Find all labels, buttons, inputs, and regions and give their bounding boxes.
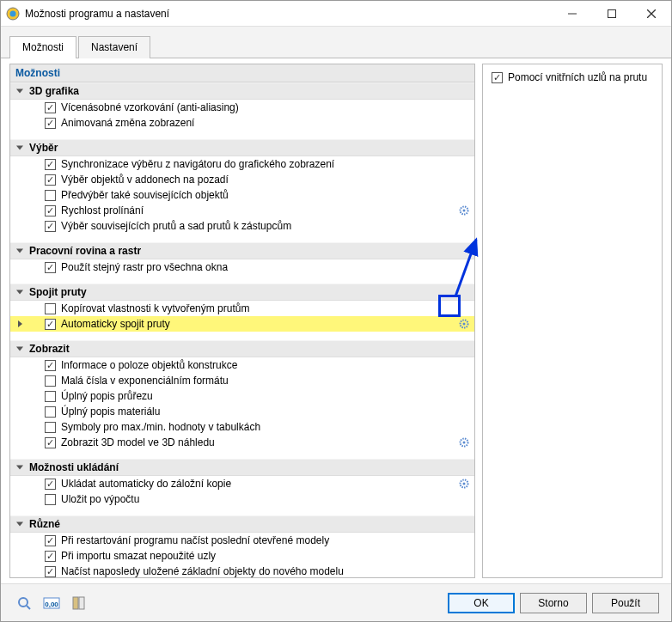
checkbox-icon[interactable] [45,494,56,505]
checkbox-icon[interactable] [45,375,56,387]
tab-options[interactable]: Možnosti [9,36,76,58]
chevron-down-icon [16,249,23,253]
checkbox-icon[interactable] [45,221,56,232]
svg-line-18 [27,606,30,609]
group-label: Zobrazit [29,343,70,355]
option-label: Načíst naposledy uložené základní objekt… [61,565,469,577]
checkbox-icon[interactable] [45,437,56,448]
option-load-saved-base-objects-new-model[interactable]: Načíst naposledy uložené základní objekt… [10,564,474,577]
checkbox-icon[interactable] [45,159,56,170]
app-icon [6,7,20,21]
option-label: Synchronizace výběru z navigátoru do gra… [61,158,469,170]
option-label: Ukládat automaticky do záložní kopie [61,478,454,490]
option-label: Pomocí vnitřních uzlů na prutu [508,71,651,83]
option-fade-speed[interactable]: Rychlost prolínání [10,203,474,218]
close-button[interactable] [632,1,671,27]
svg-point-13 [463,483,466,485]
defaults-button[interactable] [68,593,90,613]
chevron-down-icon [16,89,23,94]
panel-title: Možnosti [10,64,474,82]
option-max-min-symbols-tables[interactable]: Symboly pro max./min. hodnoty v tabulkác… [10,419,474,435]
checkbox-icon[interactable] [45,190,56,201]
option-label: Při importu smazat nepoužité uzly [61,550,469,562]
option-addon-background-selection[interactable]: Výběr objektů v addonech na pozadí [10,172,474,187]
option-related-members-selection[interactable]: Výběr souvisejících prutů a sad prutů k … [10,218,474,234]
svg-point-7 [463,210,466,212]
option-preselect-related[interactable]: Předvýběr také souvisejících objektů [10,187,474,203]
option-label: Malá čísla v exponenciálním formátu [61,375,469,387]
maximize-button[interactable] [592,1,632,27]
option-label: Úplný popis průřezu [61,390,469,402]
ok-button[interactable]: OK [448,593,515,613]
group-save-options[interactable]: Možnosti ukládání [10,459,474,476]
group-misc[interactable]: Různé [10,515,474,533]
checkbox-icon[interactable] [492,72,503,83]
option-label: Úplný popis materiálu [61,406,469,418]
tab-settings[interactable]: Nastavení [78,36,150,58]
checkbox-icon[interactable] [45,319,56,330]
checkbox-icon[interactable] [45,391,56,402]
checkbox-icon[interactable] [45,118,56,129]
option-small-numbers-exponential[interactable]: Malá čísla v exponenciálním formátu [10,373,474,388]
group-display[interactable]: Zobrazit [10,340,474,357]
option-sync-navigator-selection[interactable]: Synchronizace výběru z navigátoru do gra… [10,156,474,172]
help-button[interactable] [13,593,35,613]
gear-icon[interactable] [459,479,469,489]
option-same-grid-all-windows[interactable]: Použít stejný rastr pro všechna okna [10,259,474,275]
checkbox-icon[interactable] [45,551,56,562]
units-button[interactable]: 0,00 [40,593,63,613]
option-animated-view-change[interactable]: Animovaná změna zobrazení [10,115,474,131]
gear-icon[interactable] [459,205,469,216]
option-save-after-calculation[interactable]: Uložit po výpočtu [10,491,474,507]
apply-button[interactable]: Použít [592,593,659,613]
detail-panel: Pomocí vnitřních uzlů na prutu [482,64,663,578]
gear-icon[interactable] [459,319,469,329]
checkbox-icon[interactable] [45,205,56,216]
svg-text:0,00: 0,00 [45,601,58,608]
group-3d-graphics[interactable]: 3D grafika [10,82,474,100]
minimize-button[interactable] [553,1,592,27]
checkbox-icon[interactable] [45,422,56,433]
option-use-internal-nodes-on-member[interactable]: Pomocí vnitřních uzlů na prutu [488,70,657,85]
group-workplane-grid[interactable]: Pracovní rovina a rastr [10,242,474,259]
option-full-material-description[interactable]: Úplný popis materiálu [10,404,474,419]
svg-point-17 [19,598,27,607]
checkbox-icon[interactable] [45,174,56,186]
tab-bar: Možnosti Nastavení [1,27,671,58]
option-label: Uložit po výpočtu [61,493,469,505]
option-object-position-info[interactable]: Informace o poloze objektů konstrukce [10,357,474,373]
dialog-window: Možnosti programu a nastavení Možnosti N… [0,0,672,622]
options-panel: Možnosti 3D grafika Vícenásobné vzorková… [9,64,475,578]
option-label: Zobrazit 3D model ve 3D náhledu [61,436,454,448]
chevron-down-icon [16,522,23,527]
option-autosave-backup[interactable]: Ukládat automaticky do záložní kopie [10,476,474,491]
checkbox-icon[interactable] [45,479,56,490]
option-label: Automaticky spojit pruty [61,318,454,330]
svg-point-9 [463,323,466,326]
checkbox-icon[interactable] [45,262,56,273]
option-label: Při restartování programu načíst posledn… [61,534,469,546]
option-load-last-models-on-restart[interactable]: Při restartování programu načíst posledn… [10,533,474,548]
gear-icon[interactable] [459,437,469,448]
checkbox-icon[interactable] [45,102,56,113]
chevron-down-icon [16,290,23,295]
option-antialiasing[interactable]: Vícenásobné vzorkování (anti-aliasing) [10,100,474,115]
option-delete-unused-nodes-on-import[interactable]: Při importu smazat nepoužité uzly [10,548,474,564]
checkbox-icon[interactable] [45,360,56,371]
cancel-button[interactable]: Storno [520,593,587,613]
option-label: Výběr souvisejících prutů a sad prutů k … [61,220,469,232]
checkbox-icon[interactable] [45,303,56,314]
group-selection[interactable]: Výběr [10,139,474,156]
group-connect-members[interactable]: Spojit pruty [10,284,474,301]
option-show-3d-model-preview[interactable]: Zobrazit 3D model ve 3D náhledu [10,435,474,450]
group-label: Spojit pruty [29,286,87,298]
checkbox-icon[interactable] [45,535,56,546]
option-label: Výběr objektů v addonech na pozadí [61,174,469,186]
option-label: Předvýběr také souvisejících objektů [61,189,469,201]
options-tree[interactable]: 3D grafika Vícenásobné vzorkování (anti-… [10,82,474,577]
checkbox-icon[interactable] [45,566,56,577]
option-auto-connect-members[interactable]: Automaticky spojit pruty [10,316,474,332]
option-full-cross-section-description[interactable]: Úplný popis průřezu [10,388,474,404]
checkbox-icon[interactable] [45,406,56,418]
option-copy-properties-created-members[interactable]: Kopírovat vlastnosti k vytvořeným prutům [10,301,474,316]
